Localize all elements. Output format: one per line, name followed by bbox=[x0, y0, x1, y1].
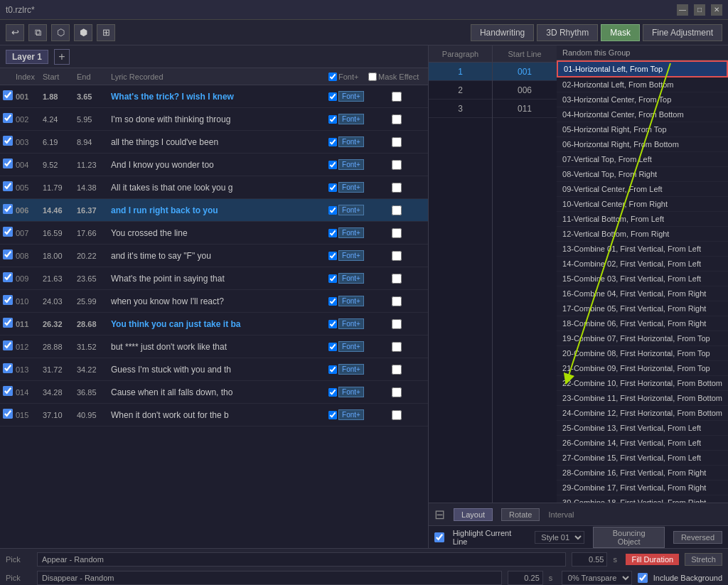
dropdown-item[interactable]: 06-Horizontal Right, From Bottom bbox=[557, 137, 728, 152]
dropdown-item[interactable]: 08-Vertical Top, From Right bbox=[557, 167, 728, 182]
row-font-button[interactable]: Font+ bbox=[338, 273, 364, 284]
dropdown-item[interactable]: 13-Combine 01, First Vertical, From Left bbox=[557, 242, 728, 257]
dropdown-item[interactable]: 15-Combine 03, First Vertical, From Left bbox=[557, 272, 728, 286]
table-row[interactable]: 015 37.10 40.95 When it don't work out f… bbox=[0, 404, 428, 426]
table-row[interactable]: 011 26.32 28.68 You think you can just t… bbox=[0, 313, 428, 336]
undo-button[interactable]: ↩ bbox=[6, 24, 24, 41]
table-row[interactable]: 007 16.59 17.66 You crossed the line Fon… bbox=[0, 222, 428, 245]
row-check[interactable] bbox=[3, 340, 13, 350]
startline-row[interactable]: 006 bbox=[493, 81, 557, 100]
tab-handwriting[interactable]: Handwriting bbox=[471, 24, 534, 41]
pick1-input[interactable] bbox=[37, 552, 566, 567]
row-check[interactable] bbox=[3, 181, 13, 191]
row-fontp-check[interactable] bbox=[328, 115, 337, 124]
fill-duration-button[interactable]: Fill Duration bbox=[626, 554, 679, 565]
dropdown-item[interactable]: 17-Combine 05, First Vertical, From Righ… bbox=[557, 301, 728, 316]
row-mask-check[interactable] bbox=[392, 251, 402, 261]
dropdown-item[interactable]: 19-Combine 07, First Horizontal, From To… bbox=[557, 331, 728, 346]
dropdown-item[interactable]: 29-Combine 17, First Vertical, From Righ… bbox=[557, 481, 728, 495]
dropdown-item[interactable]: 21-Combine 09, First Horizontal, From To… bbox=[557, 361, 728, 376]
add-layer-button[interactable]: + bbox=[54, 49, 70, 65]
table-row[interactable]: 009 21.63 23.65 What's the point in sayi… bbox=[0, 267, 428, 290]
tool5-button[interactable]: ⊞ bbox=[97, 24, 115, 41]
row-font-button[interactable]: Font+ bbox=[338, 114, 364, 124]
row-fontp-check[interactable] bbox=[328, 365, 337, 374]
minimize-button[interactable]: — bbox=[677, 4, 688, 16]
dropdown-item[interactable]: 02-Horizontal Left, From Bottom bbox=[557, 77, 728, 92]
row-font-button[interactable]: Font+ bbox=[338, 227, 364, 238]
layout-button[interactable]: Layout bbox=[454, 508, 493, 521]
dropdown-item[interactable]: 01-Horizontal Left, From Top bbox=[557, 60, 728, 77]
row-check[interactable] bbox=[3, 363, 13, 373]
tool4-button[interactable]: ⬢ bbox=[74, 24, 92, 41]
transparency-select[interactable]: 0% Transpare bbox=[562, 571, 632, 585]
dropdown-item[interactable]: 28-Combine 16, First Vertical, From Righ… bbox=[557, 466, 728, 481]
tab-fine-adjustment[interactable]: Fine Adjustment bbox=[643, 24, 722, 41]
maximize-button[interactable]: □ bbox=[694, 4, 705, 16]
table-row[interactable]: 013 31.72 34.22 Guess I'm stuck with you… bbox=[0, 358, 428, 381]
row-font-button[interactable]: Font+ bbox=[338, 250, 364, 261]
tool3-button[interactable]: ⬡ bbox=[51, 24, 70, 41]
row-font-button[interactable]: Font+ bbox=[338, 341, 364, 352]
row-mask-check[interactable] bbox=[392, 319, 402, 329]
row-check[interactable] bbox=[3, 272, 13, 282]
copy-button[interactable]: ⧉ bbox=[28, 24, 47, 41]
dropdown-item[interactable]: 11-Vertical Bottom, From Left bbox=[557, 212, 728, 227]
row-check[interactable] bbox=[3, 136, 13, 146]
row-mask-check[interactable] bbox=[392, 410, 402, 420]
row-font-button[interactable]: Font+ bbox=[338, 136, 364, 147]
row-check[interactable] bbox=[3, 204, 13, 214]
para-row[interactable]: 3 bbox=[429, 100, 492, 118]
row-check[interactable] bbox=[3, 386, 13, 396]
row-fontp-check[interactable] bbox=[328, 297, 337, 306]
row-font-button[interactable]: Font+ bbox=[338, 205, 364, 215]
row-mask-check[interactable] bbox=[392, 183, 402, 193]
row-mask-check[interactable] bbox=[392, 296, 402, 306]
row-check[interactable] bbox=[3, 90, 13, 100]
highlight-current-check[interactable] bbox=[434, 532, 444, 542]
pick2-duration[interactable] bbox=[508, 571, 543, 585]
row-fontp-check[interactable] bbox=[328, 388, 337, 397]
dropdown-item[interactable]: 12-Vertical Bottom, From Right bbox=[557, 227, 728, 242]
dropdown-item[interactable]: 10-Vertical Center, From Right bbox=[557, 197, 728, 212]
stretch-button[interactable]: Stretch bbox=[685, 553, 722, 566]
dropdown-item[interactable]: 30-Combine 18, First Vertical, From Righ… bbox=[557, 495, 728, 503]
row-mask-check[interactable] bbox=[392, 160, 402, 170]
table-row[interactable]: 004 9.52 11.23 And I know you wonder too… bbox=[0, 154, 428, 176]
row-check[interactable] bbox=[3, 227, 13, 237]
table-row[interactable]: 010 24.03 25.99 when you know how I'll r… bbox=[0, 290, 428, 313]
dropdown-item[interactable]: 26-Combine 14, First Vertical, From Left bbox=[557, 436, 728, 451]
dropdown-item[interactable]: 23-Combine 11, First Horizontal, From Bo… bbox=[557, 391, 728, 406]
startline-row[interactable]: 001 bbox=[493, 63, 557, 81]
table-row[interactable]: 001 1.88 3.65 What's the trick? I wish I… bbox=[0, 85, 428, 108]
pick1-duration[interactable] bbox=[572, 552, 607, 567]
row-fontp-check[interactable] bbox=[328, 206, 337, 215]
row-fontp-check[interactable] bbox=[328, 183, 337, 192]
dropdown-item[interactable]: 20-Combine 08, First Horizontal, From To… bbox=[557, 346, 728, 361]
style-select[interactable]: Style 01 bbox=[535, 531, 584, 544]
fontp-header-check[interactable] bbox=[328, 73, 337, 81]
dropdown-item[interactable]: 14-Combine 02, First Vertical, From Left bbox=[557, 257, 728, 272]
row-check[interactable] bbox=[3, 159, 13, 168]
row-fontp-check[interactable] bbox=[328, 138, 337, 146]
dropdown-item[interactable]: 25-Combine 13, First Vertical, From Left bbox=[557, 421, 728, 436]
row-font-button[interactable]: Font+ bbox=[338, 318, 364, 329]
table-row[interactable]: 012 28.88 31.52 but **** just don't work… bbox=[0, 336, 428, 358]
row-mask-check[interactable] bbox=[392, 387, 402, 397]
bouncing-object-button[interactable]: Bouncing Object bbox=[593, 527, 665, 548]
row-mask-check[interactable] bbox=[392, 274, 402, 284]
tab-3d-rhythm[interactable]: 3D Rhythm bbox=[537, 24, 598, 41]
row-font-button[interactable]: Font+ bbox=[338, 182, 364, 193]
table-row[interactable]: 005 11.79 14.38 All it takes is that one… bbox=[0, 176, 428, 199]
row-font-button[interactable]: Font+ bbox=[338, 296, 364, 306]
row-check[interactable] bbox=[3, 113, 13, 123]
row-mask-check[interactable] bbox=[392, 137, 402, 147]
tab-mask[interactable]: Mask bbox=[601, 24, 640, 41]
row-font-button[interactable]: Font+ bbox=[338, 409, 364, 420]
row-fontp-check[interactable] bbox=[328, 274, 337, 283]
row-fontp-check[interactable] bbox=[328, 161, 337, 169]
row-mask-check[interactable] bbox=[392, 114, 402, 124]
dropdown-item[interactable]: 09-Vertical Center, From Left bbox=[557, 182, 728, 197]
dropdown-item[interactable]: 03-Horizontal Center, From Top bbox=[557, 92, 728, 107]
rotate-button[interactable]: Rotate bbox=[501, 508, 540, 521]
